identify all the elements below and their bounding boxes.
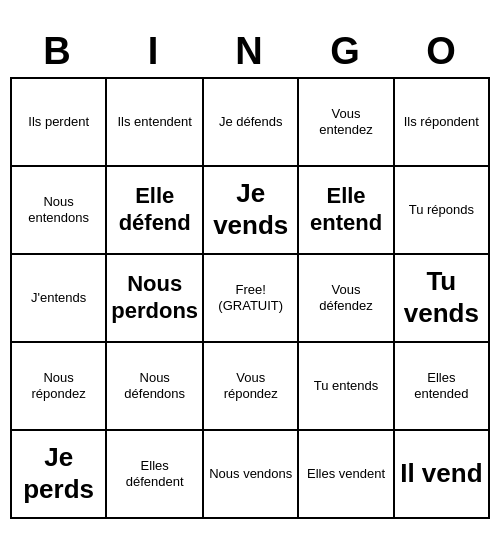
cell-2-1: Nous perdons [107, 255, 204, 343]
cell-text-0-1: Ils entendent [117, 114, 191, 130]
cell-2-3: Vous défendez [299, 255, 394, 343]
cell-text-0-2: Je défends [219, 114, 283, 130]
cell-1-1: Elle défend [107, 167, 204, 255]
cell-3-4: Elles entended [395, 343, 490, 431]
bingo-header: BINGO [10, 26, 490, 77]
cell-0-1: Ils entendent [107, 79, 204, 167]
cell-4-0: Je perds [12, 431, 107, 519]
cell-3-0: Nous répondez [12, 343, 107, 431]
cell-text-3-3: Tu entends [314, 378, 379, 394]
header-letter-I: I [106, 26, 202, 77]
cell-0-4: Ils répondent [395, 79, 490, 167]
cell-text-2-1: Nous perdons [111, 271, 198, 324]
cell-2-2: Free! (GRATUIT) [204, 255, 299, 343]
cell-2-0: J'entends [12, 255, 107, 343]
cell-text-4-0: Je perds [16, 442, 101, 504]
cell-4-2: Nous vendons [204, 431, 299, 519]
cell-text-3-4: Elles entended [399, 370, 484, 401]
cell-4-4: Il vend [395, 431, 490, 519]
cell-text-0-3: Vous entendez [303, 106, 388, 137]
cell-text-2-3: Vous défendez [303, 282, 388, 313]
cell-text-4-1: Elles défendent [111, 458, 198, 489]
cell-3-3: Tu entends [299, 343, 394, 431]
bingo-grid: Ils perdentIls entendentJe défendsVous e… [10, 77, 490, 519]
cell-1-2: Je vends [204, 167, 299, 255]
cell-4-3: Elles vendent [299, 431, 394, 519]
cell-text-1-1: Elle défend [111, 183, 198, 236]
cell-text-1-3: Elle entend [303, 183, 388, 236]
cell-text-0-0: Ils perdent [28, 114, 89, 130]
cell-text-3-2: Vous répondez [208, 370, 293, 401]
cell-text-4-4: Il vend [400, 458, 482, 489]
cell-4-1: Elles défendent [107, 431, 204, 519]
cell-text-4-2: Nous vendons [209, 466, 292, 482]
cell-0-0: Ils perdent [12, 79, 107, 167]
header-letter-O: O [394, 26, 490, 77]
header-letter-N: N [202, 26, 298, 77]
bingo-card: BINGO Ils perdentIls entendentJe défends… [10, 26, 490, 519]
cell-0-2: Je défends [204, 79, 299, 167]
cell-text-4-3: Elles vendent [307, 466, 385, 482]
cell-text-0-4: Ils répondent [404, 114, 479, 130]
cell-text-3-1: Nous défendons [111, 370, 198, 401]
cell-text-1-2: Je vends [208, 178, 293, 240]
cell-1-3: Elle entend [299, 167, 394, 255]
cell-text-1-4: Tu réponds [409, 202, 474, 218]
cell-1-4: Tu réponds [395, 167, 490, 255]
cell-3-2: Vous répondez [204, 343, 299, 431]
header-letter-G: G [298, 26, 394, 77]
cell-1-0: Nous entendons [12, 167, 107, 255]
cell-text-2-4: Tu vends [399, 266, 484, 328]
cell-text-3-0: Nous répondez [16, 370, 101, 401]
cell-text-2-0: J'entends [31, 290, 86, 306]
cell-0-3: Vous entendez [299, 79, 394, 167]
header-letter-B: B [10, 26, 106, 77]
cell-3-1: Nous défendons [107, 343, 204, 431]
cell-text-1-0: Nous entendons [16, 194, 101, 225]
cell-2-4: Tu vends [395, 255, 490, 343]
cell-text-2-2: Free! (GRATUIT) [208, 282, 293, 313]
